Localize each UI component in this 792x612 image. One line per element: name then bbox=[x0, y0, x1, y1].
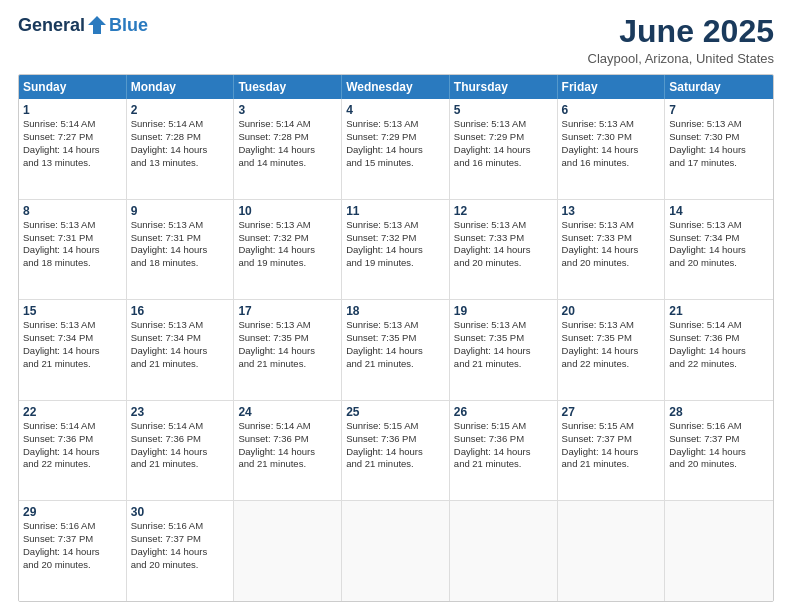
day-info: Sunrise: 5:15 AM Sunset: 7:36 PM Dayligh… bbox=[346, 420, 445, 471]
day-info: Sunrise: 5:13 AM Sunset: 7:29 PM Dayligh… bbox=[346, 118, 445, 169]
day-info: Sunrise: 5:13 AM Sunset: 7:31 PM Dayligh… bbox=[131, 219, 230, 270]
day-number: 20 bbox=[562, 304, 661, 318]
day-number: 9 bbox=[131, 204, 230, 218]
day-info: Sunrise: 5:13 AM Sunset: 7:31 PM Dayligh… bbox=[23, 219, 122, 270]
logo-icon bbox=[86, 14, 108, 36]
cal-row-2: 8Sunrise: 5:13 AM Sunset: 7:31 PM Daylig… bbox=[19, 200, 773, 301]
page-title: June 2025 bbox=[588, 14, 774, 49]
day-number: 14 bbox=[669, 204, 769, 218]
day-info: Sunrise: 5:14 AM Sunset: 7:28 PM Dayligh… bbox=[238, 118, 337, 169]
cal-row-1: 1Sunrise: 5:14 AM Sunset: 7:27 PM Daylig… bbox=[19, 99, 773, 200]
cal-cell: 13Sunrise: 5:13 AM Sunset: 7:33 PM Dayli… bbox=[558, 200, 666, 300]
cal-cell bbox=[665, 501, 773, 601]
day-number: 21 bbox=[669, 304, 769, 318]
day-info: Sunrise: 5:13 AM Sunset: 7:32 PM Dayligh… bbox=[346, 219, 445, 270]
title-block: June 2025 Claypool, Arizona, United Stat… bbox=[588, 14, 774, 66]
cal-cell: 5Sunrise: 5:13 AM Sunset: 7:29 PM Daylig… bbox=[450, 99, 558, 199]
day-number: 27 bbox=[562, 405, 661, 419]
cal-cell: 24Sunrise: 5:14 AM Sunset: 7:36 PM Dayli… bbox=[234, 401, 342, 501]
cal-cell: 20Sunrise: 5:13 AM Sunset: 7:35 PM Dayli… bbox=[558, 300, 666, 400]
day-info: Sunrise: 5:13 AM Sunset: 7:34 PM Dayligh… bbox=[131, 319, 230, 370]
day-info: Sunrise: 5:13 AM Sunset: 7:30 PM Dayligh… bbox=[669, 118, 769, 169]
day-number: 19 bbox=[454, 304, 553, 318]
cal-cell: 10Sunrise: 5:13 AM Sunset: 7:32 PM Dayli… bbox=[234, 200, 342, 300]
logo: GeneralBlue bbox=[18, 14, 148, 36]
cal-cell: 19Sunrise: 5:13 AM Sunset: 7:35 PM Dayli… bbox=[450, 300, 558, 400]
cal-cell bbox=[342, 501, 450, 601]
cal-row-3: 15Sunrise: 5:13 AM Sunset: 7:34 PM Dayli… bbox=[19, 300, 773, 401]
header-saturday: Saturday bbox=[665, 75, 773, 99]
day-number: 5 bbox=[454, 103, 553, 117]
cal-cell: 28Sunrise: 5:16 AM Sunset: 7:37 PM Dayli… bbox=[665, 401, 773, 501]
day-info: Sunrise: 5:13 AM Sunset: 7:35 PM Dayligh… bbox=[238, 319, 337, 370]
day-number: 2 bbox=[131, 103, 230, 117]
day-info: Sunrise: 5:13 AM Sunset: 7:29 PM Dayligh… bbox=[454, 118, 553, 169]
calendar-header: Sunday Monday Tuesday Wednesday Thursday… bbox=[19, 75, 773, 99]
header-friday: Friday bbox=[558, 75, 666, 99]
cal-cell: 27Sunrise: 5:15 AM Sunset: 7:37 PM Dayli… bbox=[558, 401, 666, 501]
cal-cell: 2Sunrise: 5:14 AM Sunset: 7:28 PM Daylig… bbox=[127, 99, 235, 199]
header-tuesday: Tuesday bbox=[234, 75, 342, 99]
header-monday: Monday bbox=[127, 75, 235, 99]
day-number: 28 bbox=[669, 405, 769, 419]
day-number: 4 bbox=[346, 103, 445, 117]
day-info: Sunrise: 5:15 AM Sunset: 7:36 PM Dayligh… bbox=[454, 420, 553, 471]
cal-cell: 17Sunrise: 5:13 AM Sunset: 7:35 PM Dayli… bbox=[234, 300, 342, 400]
page: GeneralBlue June 2025 Claypool, Arizona,… bbox=[0, 0, 792, 612]
day-number: 6 bbox=[562, 103, 661, 117]
day-info: Sunrise: 5:14 AM Sunset: 7:27 PM Dayligh… bbox=[23, 118, 122, 169]
calendar-body: 1Sunrise: 5:14 AM Sunset: 7:27 PM Daylig… bbox=[19, 99, 773, 601]
day-number: 1 bbox=[23, 103, 122, 117]
day-info: Sunrise: 5:13 AM Sunset: 7:35 PM Dayligh… bbox=[346, 319, 445, 370]
cal-cell: 7Sunrise: 5:13 AM Sunset: 7:30 PM Daylig… bbox=[665, 99, 773, 199]
day-info: Sunrise: 5:16 AM Sunset: 7:37 PM Dayligh… bbox=[23, 520, 122, 571]
cal-cell: 14Sunrise: 5:13 AM Sunset: 7:34 PM Dayli… bbox=[665, 200, 773, 300]
cal-cell: 18Sunrise: 5:13 AM Sunset: 7:35 PM Dayli… bbox=[342, 300, 450, 400]
cal-row-5: 29Sunrise: 5:16 AM Sunset: 7:37 PM Dayli… bbox=[19, 501, 773, 601]
day-number: 22 bbox=[23, 405, 122, 419]
cal-cell: 30Sunrise: 5:16 AM Sunset: 7:37 PM Dayli… bbox=[127, 501, 235, 601]
day-info: Sunrise: 5:13 AM Sunset: 7:35 PM Dayligh… bbox=[454, 319, 553, 370]
day-info: Sunrise: 5:13 AM Sunset: 7:32 PM Dayligh… bbox=[238, 219, 337, 270]
cal-row-4: 22Sunrise: 5:14 AM Sunset: 7:36 PM Dayli… bbox=[19, 401, 773, 502]
cal-cell: 23Sunrise: 5:14 AM Sunset: 7:36 PM Dayli… bbox=[127, 401, 235, 501]
logo-blue: Blue bbox=[109, 16, 148, 34]
day-number: 18 bbox=[346, 304, 445, 318]
day-info: Sunrise: 5:15 AM Sunset: 7:37 PM Dayligh… bbox=[562, 420, 661, 471]
day-number: 13 bbox=[562, 204, 661, 218]
cal-cell: 22Sunrise: 5:14 AM Sunset: 7:36 PM Dayli… bbox=[19, 401, 127, 501]
cal-cell: 16Sunrise: 5:13 AM Sunset: 7:34 PM Dayli… bbox=[127, 300, 235, 400]
cal-cell bbox=[558, 501, 666, 601]
day-info: Sunrise: 5:16 AM Sunset: 7:37 PM Dayligh… bbox=[131, 520, 230, 571]
cal-cell: 8Sunrise: 5:13 AM Sunset: 7:31 PM Daylig… bbox=[19, 200, 127, 300]
cal-cell: 1Sunrise: 5:14 AM Sunset: 7:27 PM Daylig… bbox=[19, 99, 127, 199]
day-info: Sunrise: 5:14 AM Sunset: 7:28 PM Dayligh… bbox=[131, 118, 230, 169]
day-info: Sunrise: 5:14 AM Sunset: 7:36 PM Dayligh… bbox=[23, 420, 122, 471]
logo-text: GeneralBlue bbox=[18, 14, 148, 36]
logo-general: General bbox=[18, 16, 85, 34]
header-sunday: Sunday bbox=[19, 75, 127, 99]
day-number: 8 bbox=[23, 204, 122, 218]
cal-cell bbox=[450, 501, 558, 601]
cal-cell: 15Sunrise: 5:13 AM Sunset: 7:34 PM Dayli… bbox=[19, 300, 127, 400]
cal-cell: 12Sunrise: 5:13 AM Sunset: 7:33 PM Dayli… bbox=[450, 200, 558, 300]
day-number: 24 bbox=[238, 405, 337, 419]
cal-cell bbox=[234, 501, 342, 601]
day-number: 23 bbox=[131, 405, 230, 419]
day-number: 25 bbox=[346, 405, 445, 419]
cal-cell: 26Sunrise: 5:15 AM Sunset: 7:36 PM Dayli… bbox=[450, 401, 558, 501]
svg-marker-0 bbox=[88, 16, 106, 34]
day-info: Sunrise: 5:16 AM Sunset: 7:37 PM Dayligh… bbox=[669, 420, 769, 471]
day-info: Sunrise: 5:14 AM Sunset: 7:36 PM Dayligh… bbox=[669, 319, 769, 370]
day-number: 7 bbox=[669, 103, 769, 117]
day-info: Sunrise: 5:14 AM Sunset: 7:36 PM Dayligh… bbox=[238, 420, 337, 471]
day-number: 11 bbox=[346, 204, 445, 218]
cal-cell: 3Sunrise: 5:14 AM Sunset: 7:28 PM Daylig… bbox=[234, 99, 342, 199]
day-info: Sunrise: 5:13 AM Sunset: 7:33 PM Dayligh… bbox=[562, 219, 661, 270]
day-info: Sunrise: 5:13 AM Sunset: 7:34 PM Dayligh… bbox=[669, 219, 769, 270]
header: GeneralBlue June 2025 Claypool, Arizona,… bbox=[18, 14, 774, 66]
day-number: 26 bbox=[454, 405, 553, 419]
cal-cell: 9Sunrise: 5:13 AM Sunset: 7:31 PM Daylig… bbox=[127, 200, 235, 300]
header-wednesday: Wednesday bbox=[342, 75, 450, 99]
day-info: Sunrise: 5:14 AM Sunset: 7:36 PM Dayligh… bbox=[131, 420, 230, 471]
